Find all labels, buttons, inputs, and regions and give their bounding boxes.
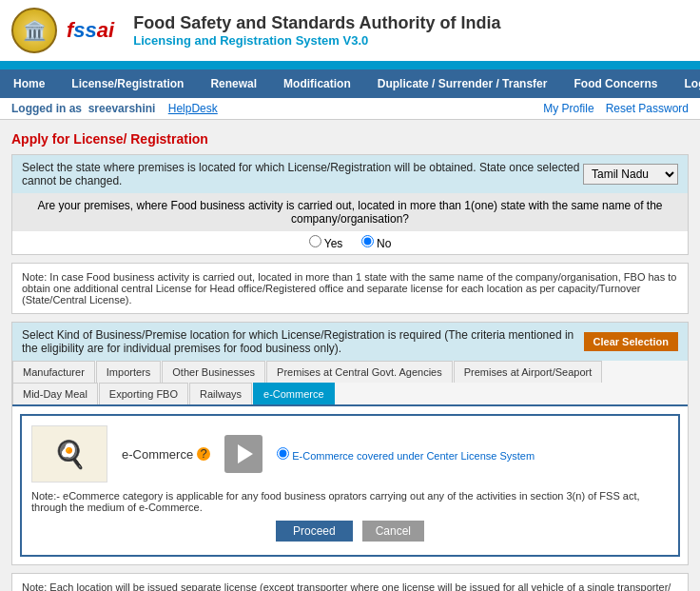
my-profile-link[interactable]: My Profile — [543, 102, 593, 115]
logo-area: 🏛️ fssai Food Safety and Standards Autho… — [11, 8, 501, 53]
main-content: Apply for License/ Registration Select t… — [0, 120, 700, 591]
info-icon[interactable]: ? — [197, 447, 210, 461]
state-panel: Select the state where premises is locat… — [11, 154, 689, 255]
header-text-block: Food Safety and Standards Authority of I… — [133, 13, 500, 48]
radio-yes-label[interactable]: Yes — [309, 237, 346, 250]
nav-duplicate[interactable]: Duplicate / Surrender / Transfer — [364, 69, 561, 98]
ecommerce-inner: 🍳 e-Commerce ? E-Commerce covered under … — [31, 425, 669, 483]
business-panel: Select Kind of Business/Premise location… — [11, 322, 689, 565]
nav-home[interactable]: Home — [0, 69, 58, 98]
radio-no-label[interactable]: No — [361, 237, 392, 250]
state-row: Select the state where premises is locat… — [12, 155, 688, 193]
government-emblem: 🏛️ — [11, 8, 57, 53]
ecommerce-radio-block: E-Commerce covered under Center License … — [277, 447, 535, 462]
clear-selection-button[interactable]: Clear Selection — [584, 332, 678, 351]
nav-logout[interactable]: Logout — [671, 69, 700, 98]
tab-airport-seaport[interactable]: Premises at Airport/Seaport — [454, 361, 603, 383]
proceed-button[interactable]: Proceed — [276, 521, 353, 542]
apply-heading: Apply for License/ Registration — [11, 131, 689, 147]
nav-license[interactable]: License/Registration — [58, 69, 197, 98]
nav-food-concerns[interactable]: Food Concerns — [560, 69, 671, 98]
food-image-icon: 🍳 — [53, 439, 87, 470]
tab-central-govt[interactable]: Premises at Central Govt. Agencies — [266, 361, 453, 383]
login-info: Logged in as sreevarshini HelpDesk — [11, 102, 218, 115]
ecommerce-image: 🍳 — [31, 425, 107, 483]
top-bar-links: My Profile Reset Password — [543, 102, 689, 115]
ecommerce-label-block: e-Commerce ? — [122, 447, 210, 462]
cancel-button[interactable]: Cancel — [362, 521, 424, 542]
action-buttons: Proceed Cancel — [31, 513, 669, 545]
nav-renewal[interactable]: Renewal — [197, 69, 270, 98]
tab-importers[interactable]: Importers — [96, 361, 161, 383]
fssai-logo: fssai — [67, 18, 114, 43]
ecommerce-radio-text: E-Commerce covered under Center License … — [292, 450, 535, 462]
state-dropdown[interactable]: Tamil Nadu — [583, 164, 678, 185]
premises-question: Are your premises, where Food business a… — [12, 193, 688, 231]
tab-railways[interactable]: Railways — [189, 383, 252, 404]
username: sreevarshini — [88, 102, 156, 115]
business-tabs: Manufacturer Importers Other Businesses … — [12, 361, 688, 406]
page-header: 🏛️ fssai Food Safety and Standards Autho… — [0, 0, 700, 64]
main-nav: Home License/Registration Renewal Modifi… — [0, 69, 700, 98]
ecommerce-radio-input[interactable] — [277, 447, 289, 460]
reset-password-link[interactable]: Reset Password — [606, 102, 689, 115]
ecommerce-title: e-Commerce — [122, 447, 193, 462]
business-header: Select Kind of Business/Premise location… — [12, 323, 688, 361]
state-label: Select the state where premises is locat… — [22, 161, 583, 187]
top-bar: Logged in as sreevarshini HelpDesk My Pr… — [0, 98, 700, 120]
premises-radio-row: Yes No — [12, 231, 688, 254]
site-subtitle: Licensing and Registration System V3.0 — [133, 33, 500, 48]
ecommerce-panel: 🍳 e-Commerce ? E-Commerce covered under … — [20, 414, 680, 557]
state-select-wrapper: Tamil Nadu — [583, 164, 678, 185]
site-title: Food Safety and Standards Authority of I… — [133, 13, 500, 33]
play-button[interactable] — [224, 435, 262, 473]
tab-e-commerce[interactable]: e-Commerce — [253, 383, 335, 404]
tab-other-businesses[interactable]: Other Businesses — [162, 361, 265, 383]
radio-yes[interactable] — [309, 235, 321, 247]
business-header-text: Select Kind of Business/Premise location… — [22, 328, 584, 355]
helpdesk-link[interactable]: HelpDesk — [168, 102, 218, 115]
bottom-note: Note: Each location will be issued separ… — [11, 573, 689, 591]
note-section: Note: In case Food business activity is … — [11, 263, 689, 314]
tab-exporting-fbo[interactable]: Exporting FBO — [99, 383, 188, 404]
tab-mid-day-meal[interactable]: Mid-Day Meal — [12, 383, 98, 404]
ecommerce-note: Note:- eCommerce category is applicable … — [31, 483, 669, 513]
tab-manufacturer[interactable]: Manufacturer — [12, 361, 95, 383]
logged-in-text: Logged in as — [11, 102, 82, 115]
nav-modification[interactable]: Modification — [270, 69, 364, 98]
ecommerce-radio-label[interactable]: E-Commerce covered under Center License … — [277, 450, 535, 462]
radio-no[interactable] — [361, 235, 374, 247]
